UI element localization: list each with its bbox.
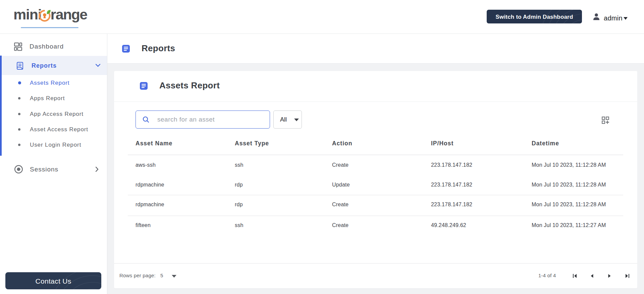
svg-text:range: range [51,7,88,22]
svg-text:mini: mini [13,7,42,22]
